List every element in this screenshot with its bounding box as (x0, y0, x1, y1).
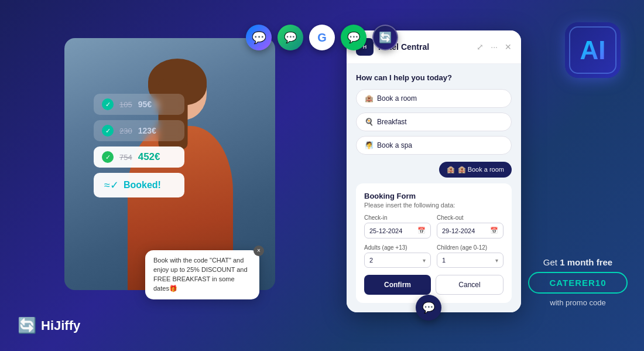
checkin-label: Check-in (364, 214, 431, 221)
chat-toggle-button[interactable]: 💬 (416, 295, 441, 321)
booked-card: ≈✓ Booked! (94, 173, 184, 197)
spa-icon: 🧖 (365, 141, 374, 149)
promo-section: Get 1 month free CATERER10 with promo co… (528, 257, 628, 307)
more-icon[interactable]: ··· (491, 42, 498, 52)
checkout-input[interactable]: 29-12-2024 📅 (437, 223, 503, 238)
adults-label: Adults (age +13) (364, 244, 431, 251)
breakfast-label: Breakfast (377, 118, 407, 126)
children-group: Children (age 0-12) 1 ▾ (437, 244, 503, 268)
breakfast-icon: 🍳 (365, 118, 374, 126)
hijiffy-logo-icon: 🔄 (18, 316, 36, 335)
booked-label: Booked! (124, 180, 161, 190)
booking-form: Booking Form Please insert the following… (356, 183, 512, 303)
check-icon-1: ✓ (102, 98, 114, 110)
promo-get: Get 1 month free (528, 257, 628, 267)
checkin-input[interactable]: 25-12-2024 📅 (364, 223, 431, 238)
price-new-2: 123€ (138, 126, 156, 135)
hijiffy-logo-text: HiJiffy (41, 318, 80, 333)
adults-group: Adults (age +13) 2 ▾ (364, 244, 431, 268)
hijiffy-logo: 🔄 HiJiffy (18, 316, 80, 335)
children-label: Children (age 0-12) (437, 244, 503, 251)
livechat-icon[interactable]: 💬 (278, 25, 303, 50)
book-room-bubble: 🏨 🏨 Book a room (439, 162, 512, 178)
chevron-adults-icon: ▾ (423, 257, 426, 264)
chat-widget: H Hotel Central ⤢ ··· ✕ How can I help y… (347, 30, 521, 312)
book-room-bubble-text: 🏨 Book a room (458, 166, 504, 173)
app-icons-row: 💬 💬 G 💬 🔄 (246, 25, 398, 50)
price-card-2: ✓ 230 123€ (94, 120, 184, 141)
adults-select[interactable]: 2 ▾ (364, 253, 431, 268)
children-select[interactable]: 1 ▾ (437, 253, 503, 268)
promo-bold: 1 month free (560, 257, 612, 267)
price-old-3: 754 (119, 153, 132, 162)
price-card-3: ✓ 754 452€ (94, 146, 184, 168)
price-cards: ✓ 105 95€ ✓ 230 123€ ✓ 754 452€ ≈✓ Booke… (94, 94, 184, 197)
chat-bubble-text: Book with the code "CHAT" and enjoy up t… (153, 257, 248, 292)
book-room-icon: 🏨 (365, 94, 374, 103)
expand-icon[interactable]: ⤢ (477, 42, 484, 52)
breakfast-button[interactable]: 🍳 Breakfast (356, 113, 512, 131)
help-text: How can I help you today? (356, 73, 512, 82)
ai-text: AI (580, 36, 606, 65)
adults-value: 2 (369, 257, 373, 264)
spa-button[interactable]: 🧖 Book a spa (356, 136, 512, 155)
price-new-3: 452€ (138, 151, 160, 163)
check-icon-3: ✓ (102, 151, 114, 163)
book-room-bubble-icon: 🏨 (447, 166, 455, 173)
checkout-label: Check-out (437, 214, 503, 221)
close-icon[interactable]: ✕ (505, 42, 512, 52)
price-old-1: 105 (119, 100, 132, 109)
chevron-children-icon: ▾ (495, 257, 498, 264)
checkin-group: Check-in 25-12-2024 📅 (364, 214, 431, 238)
hijiffy-app-icon[interactable]: 🔄 (372, 25, 398, 50)
checkin-value: 25-12-2024 (369, 227, 402, 234)
form-title: Booking Form (364, 192, 503, 200)
price-old-2: 230 (119, 127, 132, 135)
promo-get-text: Get (543, 257, 560, 267)
calendar-icon-checkin: 📅 (417, 227, 426, 234)
price-new-1: 95€ (138, 100, 152, 109)
checkout-value: 29-12-2024 (442, 227, 475, 234)
book-room-button[interactable]: 🏨 Book a room (356, 89, 512, 108)
wechat-icon[interactable]: 💬 (341, 25, 366, 50)
messenger-icon[interactable]: 💬 (246, 25, 272, 50)
price-card-1: ✓ 105 95€ (94, 94, 184, 115)
checkout-group: Check-out 29-12-2024 📅 (437, 214, 503, 238)
chat-bubble: × Book with the code "CHAT" and enjoy up… (145, 250, 259, 299)
widget-body: How can I help you today? 🏨 Book a room … (347, 64, 521, 312)
confirm-button[interactable]: Confirm (364, 275, 431, 295)
promo-code: CATERER10 (528, 272, 628, 294)
form-subtitle: Please insert the following data: (364, 202, 503, 209)
ai-badge: AI (565, 22, 621, 78)
children-value: 1 (442, 257, 446, 264)
check-icon-2: ✓ (102, 125, 114, 137)
calendar-icon-checkout: 📅 (490, 227, 498, 234)
spa-label: Book a spa (377, 141, 412, 149)
cancel-button[interactable]: Cancel (436, 275, 503, 295)
google-icon[interactable]: G (309, 25, 335, 50)
promo-with: with promo code (528, 298, 628, 307)
book-room-label: Book a room (377, 94, 417, 103)
